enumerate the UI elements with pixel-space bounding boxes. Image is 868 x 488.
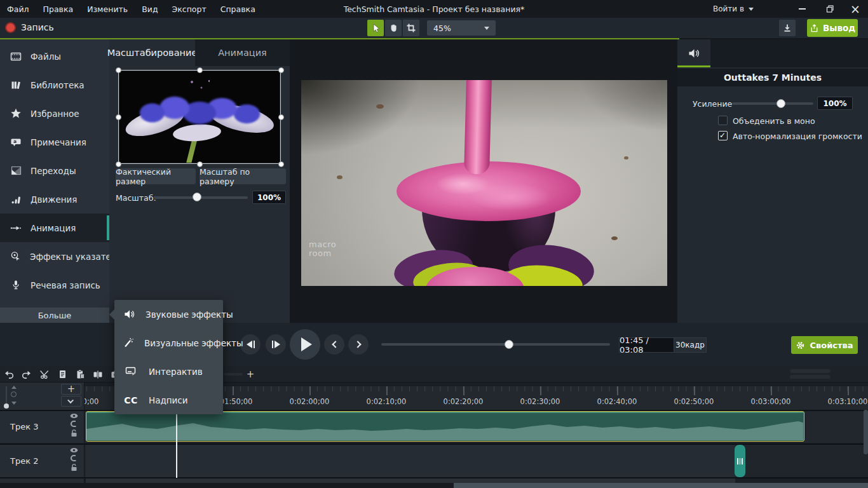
scale-to-fit-button[interactable]: Масштаб по размеру [200, 168, 286, 184]
clip-track2[interactable] [86, 445, 735, 477]
tab-audio[interactable] [677, 39, 710, 67]
actual-size-button[interactable]: Фактический размер [116, 168, 196, 184]
more-button[interactable]: Больше [0, 308, 109, 323]
vertical-scrollbar-thumb[interactable] [864, 410, 868, 454]
magnet-icon[interactable] [70, 454, 78, 462]
record-button[interactable] [5, 22, 16, 33]
play-button[interactable] [290, 329, 320, 360]
eye-icon[interactable] [70, 447, 78, 453]
sidebar-item-label: Эффекты указателя [30, 252, 122, 262]
menu-view[interactable]: Вид [135, 4, 165, 14]
resize-handle[interactable] [197, 161, 203, 167]
speck [611, 236, 618, 240]
resize-handle[interactable] [197, 67, 203, 73]
note-icon: a [10, 137, 22, 147]
clip-trim-handle[interactable] [735, 445, 745, 477]
menu-item-captions[interactable]: CC Надписи [114, 386, 223, 414]
cut-button[interactable] [37, 367, 52, 382]
gain-slider-thumb[interactable] [776, 99, 785, 108]
zoom-in-arrow-icon[interactable] [11, 386, 17, 389]
audio-clip-track3[interactable] [86, 411, 804, 442]
magnet-icon[interactable] [70, 420, 78, 428]
animation-icon [10, 223, 22, 233]
menu-edit[interactable]: Правка [36, 4, 81, 14]
video-frame[interactable]: macro room [301, 80, 667, 286]
download-button[interactable] [779, 20, 796, 36]
timeline-zoom-track[interactable] [790, 369, 831, 373]
canvas-zoom-dropdown[interactable]: 45% [427, 20, 496, 36]
menu-item-interactivity[interactable]: Интерактив [114, 357, 223, 386]
seek-slider[interactable] [381, 343, 610, 346]
resize-handle[interactable] [278, 67, 284, 73]
horizontal-scrollbar[interactable] [0, 483, 868, 488]
sidebar-item-animations[interactable]: Анимация [0, 214, 109, 242]
split-button[interactable] [90, 367, 105, 382]
menu-modify[interactable]: Изменить [80, 4, 135, 14]
menu-export[interactable]: Экспорт [165, 4, 214, 14]
sidebar-item-cursor-effects[interactable]: Эффекты указателя [0, 242, 109, 271]
lock-icon[interactable] [71, 429, 78, 437]
gain-slider[interactable] [732, 102, 813, 105]
horizontal-scrollbar-thumb[interactable] [454, 483, 868, 488]
mono-checkbox-label: Объеденить в моно [733, 116, 815, 126]
sidebar-item-favorites[interactable]: Избранное [0, 99, 109, 128]
sidebar-item-media[interactable]: Файлы [0, 42, 109, 71]
resize-handle[interactable] [116, 114, 121, 120]
track-height-slider-thumb[interactable] [4, 403, 9, 409]
close-button[interactable] [843, 0, 868, 18]
scale-slider-thumb[interactable] [193, 193, 201, 201]
timeline-zoom-in-button[interactable] [243, 367, 258, 382]
sign-in-menu[interactable]: Войти в [713, 0, 754, 18]
previous-frame-button[interactable] [240, 334, 261, 355]
pink-stream [464, 80, 492, 174]
export-button[interactable]: Вывод [807, 19, 858, 37]
sidebar-item-annotations[interactable]: a Примечания [0, 128, 109, 156]
tab-animation[interactable]: Анимация [195, 39, 290, 66]
properties-button[interactable]: Свойства [791, 336, 858, 354]
eye-icon[interactable] [70, 413, 78, 419]
undo-button[interactable] [1, 367, 17, 382]
redo-button[interactable] [19, 367, 34, 382]
lock-icon[interactable] [71, 463, 78, 471]
timeline-zoom-track[interactable] [790, 375, 831, 379]
add-track-button[interactable] [61, 384, 81, 395]
sidebar-item-voice[interactable]: Речевая запись [0, 271, 109, 299]
menu-help[interactable]: Справка [214, 4, 262, 14]
resize-handle[interactable] [116, 161, 121, 167]
menu-item-visual-effects[interactable]: Визуальные эффекты [114, 329, 223, 357]
tab-zoom[interactable]: Масштабирование [109, 39, 195, 66]
copy-button[interactable] [55, 367, 70, 382]
resize-handle[interactable] [116, 67, 121, 73]
sidebar-item-label: Примечания [31, 137, 86, 147]
paste-button[interactable] [72, 367, 88, 382]
seek-slider-thumb[interactable] [505, 340, 513, 349]
jump-back-button[interactable] [324, 334, 344, 355]
sidebar-item-label: Речевая запись [31, 280, 100, 290]
menu-file[interactable]: Файл [0, 4, 36, 14]
pan-tool-button[interactable] [385, 20, 402, 36]
clip-track1-partial[interactable] [86, 478, 735, 483]
chevron-left-icon [332, 341, 339, 348]
playhead[interactable] [176, 414, 177, 478]
resize-handle[interactable] [278, 161, 284, 167]
track-options-button[interactable] [61, 396, 81, 407]
scale-value[interactable]: 100% [252, 191, 286, 204]
select-tool-button[interactable] [367, 20, 384, 36]
sidebar-item-behaviors[interactable]: Движения [0, 185, 109, 214]
sidebar-item-transitions[interactable]: Переходы [0, 156, 109, 185]
gain-value[interactable]: 100% [817, 97, 853, 110]
crop-tool-button[interactable] [403, 20, 419, 36]
jump-forward-button[interactable] [348, 334, 369, 355]
minimize-button[interactable] [789, 0, 815, 18]
normalize-checkbox[interactable] [718, 131, 728, 140]
menu-item-audio-effects[interactable]: Звуковые эффекты [114, 300, 223, 329]
preview-canvas[interactable]: macro room [290, 39, 677, 323]
restore-button[interactable] [817, 0, 843, 18]
camtasia-window: TechSmith Camtasia - Проект без названия… [0, 0, 868, 488]
zoom-out-arrow-icon[interactable] [11, 402, 17, 405]
resize-handle[interactable] [278, 114, 284, 120]
sidebar-item-library[interactable]: Библиотека [0, 71, 109, 99]
next-frame-button[interactable] [266, 334, 286, 355]
mono-checkbox[interactable] [718, 116, 728, 125]
timeline-zoom-slider[interactable] [224, 373, 243, 376]
